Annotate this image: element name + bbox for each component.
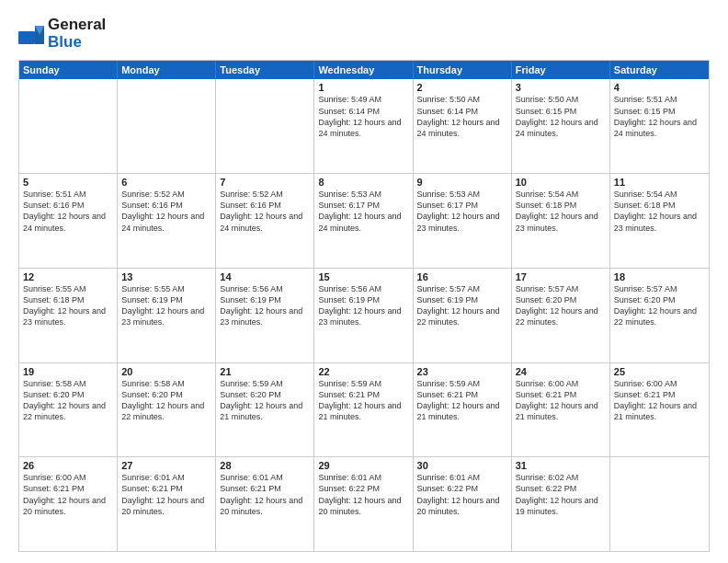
day-cell-30: 30Sunrise: 6:01 AM Sunset: 6:22 PM Dayli… <box>414 457 512 551</box>
day-number: 8 <box>318 177 408 188</box>
calendar-week-4: 19Sunrise: 5:58 AM Sunset: 6:20 PM Dayli… <box>19 363 709 458</box>
logo-icon <box>18 24 44 44</box>
day-info: Sunrise: 5:52 AM Sunset: 6:16 PM Dayligh… <box>220 189 310 234</box>
header-cell-wednesday: Wednesday <box>314 61 413 79</box>
day-cell-28: 28Sunrise: 6:01 AM Sunset: 6:21 PM Dayli… <box>216 457 314 551</box>
calendar-week-5: 26Sunrise: 6:00 AM Sunset: 6:21 PM Dayli… <box>19 457 709 551</box>
day-number: 2 <box>417 82 507 93</box>
day-info: Sunrise: 5:53 AM Sunset: 6:17 PM Dayligh… <box>417 189 507 234</box>
calendar-week-1: 1Sunrise: 5:49 AM Sunset: 6:14 PM Daylig… <box>19 79 709 174</box>
svg-rect-0 <box>18 31 35 44</box>
day-cell-2: 2Sunrise: 5:50 AM Sunset: 6:14 PM Daylig… <box>414 79 512 173</box>
calendar-week-3: 12Sunrise: 5:55 AM Sunset: 6:18 PM Dayli… <box>19 269 709 363</box>
day-info: Sunrise: 5:55 AM Sunset: 6:18 PM Dayligh… <box>23 283 113 328</box>
empty-cell <box>118 79 216 173</box>
empty-cell <box>19 79 118 173</box>
day-number: 20 <box>121 366 211 377</box>
day-info: Sunrise: 5:49 AM Sunset: 6:14 PM Dayligh… <box>318 94 408 139</box>
day-cell-23: 23Sunrise: 5:59 AM Sunset: 6:21 PM Dayli… <box>414 363 512 457</box>
day-number: 25 <box>614 366 705 377</box>
day-cell-9: 9Sunrise: 5:53 AM Sunset: 6:17 PM Daylig… <box>414 174 512 268</box>
header-cell-sunday: Sunday <box>19 61 118 79</box>
day-number: 10 <box>516 177 606 188</box>
day-number: 28 <box>220 460 310 471</box>
day-info: Sunrise: 5:58 AM Sunset: 6:20 PM Dayligh… <box>121 378 211 423</box>
day-number: 9 <box>417 177 507 188</box>
day-info: Sunrise: 5:50 AM Sunset: 6:15 PM Dayligh… <box>516 94 606 139</box>
day-info: Sunrise: 5:57 AM Sunset: 6:19 PM Dayligh… <box>417 283 507 328</box>
day-info: Sunrise: 5:50 AM Sunset: 6:14 PM Dayligh… <box>417 94 507 139</box>
day-cell-13: 13Sunrise: 5:55 AM Sunset: 6:19 PM Dayli… <box>118 269 216 362</box>
header-cell-saturday: Saturday <box>610 61 709 79</box>
day-number: 30 <box>417 460 507 471</box>
day-info: Sunrise: 5:52 AM Sunset: 6:16 PM Dayligh… <box>121 189 211 234</box>
day-cell-16: 16Sunrise: 5:57 AM Sunset: 6:19 PM Dayli… <box>414 269 512 362</box>
day-info: Sunrise: 5:57 AM Sunset: 6:20 PM Dayligh… <box>614 283 705 328</box>
day-number: 27 <box>121 460 211 471</box>
day-number: 24 <box>516 366 606 377</box>
empty-cell <box>610 457 709 551</box>
day-cell-29: 29Sunrise: 6:01 AM Sunset: 6:22 PM Dayli… <box>314 457 413 551</box>
day-info: Sunrise: 5:51 AM Sunset: 6:16 PM Dayligh… <box>23 189 113 234</box>
day-number: 15 <box>318 271 408 282</box>
header-cell-tuesday: Tuesday <box>216 61 314 79</box>
day-number: 18 <box>614 271 705 282</box>
calendar-body: 1Sunrise: 5:49 AM Sunset: 6:14 PM Daylig… <box>19 79 709 551</box>
empty-cell <box>216 79 314 173</box>
day-number: 6 <box>121 177 211 188</box>
logo-text-line2: Blue <box>48 34 106 52</box>
day-number: 1 <box>318 82 408 93</box>
day-info: Sunrise: 6:01 AM Sunset: 6:21 PM Dayligh… <box>121 472 211 517</box>
calendar: SundayMondayTuesdayWednesdayThursdayFrid… <box>18 60 710 552</box>
day-info: Sunrise: 5:53 AM Sunset: 6:17 PM Dayligh… <box>318 189 408 234</box>
day-number: 29 <box>318 460 408 471</box>
day-info: Sunrise: 6:00 AM Sunset: 6:21 PM Dayligh… <box>516 378 606 423</box>
day-cell-15: 15Sunrise: 5:56 AM Sunset: 6:19 PM Dayli… <box>314 269 413 362</box>
day-number: 12 <box>23 271 113 282</box>
day-info: Sunrise: 5:59 AM Sunset: 6:20 PM Dayligh… <box>220 378 310 423</box>
day-cell-20: 20Sunrise: 5:58 AM Sunset: 6:20 PM Dayli… <box>118 363 216 457</box>
day-number: 13 <box>121 271 211 282</box>
day-number: 17 <box>516 271 606 282</box>
calendar-header: SundayMondayTuesdayWednesdayThursdayFrid… <box>19 61 709 79</box>
day-number: 11 <box>614 177 705 188</box>
day-number: 16 <box>417 271 507 282</box>
day-info: Sunrise: 5:54 AM Sunset: 6:18 PM Dayligh… <box>516 189 606 234</box>
day-number: 31 <box>516 460 606 471</box>
day-cell-18: 18Sunrise: 5:57 AM Sunset: 6:20 PM Dayli… <box>610 269 709 362</box>
day-cell-26: 26Sunrise: 6:00 AM Sunset: 6:21 PM Dayli… <box>19 457 118 551</box>
day-cell-17: 17Sunrise: 5:57 AM Sunset: 6:20 PM Dayli… <box>512 269 610 362</box>
day-cell-12: 12Sunrise: 5:55 AM Sunset: 6:18 PM Dayli… <box>19 269 118 362</box>
day-info: Sunrise: 6:01 AM Sunset: 6:21 PM Dayligh… <box>220 472 310 517</box>
day-info: Sunrise: 5:58 AM Sunset: 6:20 PM Dayligh… <box>23 378 113 423</box>
day-info: Sunrise: 5:54 AM Sunset: 6:18 PM Dayligh… <box>614 189 705 234</box>
logo-text-line1: General <box>48 17 106 34</box>
day-cell-14: 14Sunrise: 5:56 AM Sunset: 6:19 PM Dayli… <box>216 269 314 362</box>
calendar-week-2: 5Sunrise: 5:51 AM Sunset: 6:16 PM Daylig… <box>19 174 709 269</box>
day-cell-24: 24Sunrise: 6:00 AM Sunset: 6:21 PM Dayli… <box>512 363 610 457</box>
day-info: Sunrise: 5:56 AM Sunset: 6:19 PM Dayligh… <box>220 283 310 328</box>
day-info: Sunrise: 6:00 AM Sunset: 6:21 PM Dayligh… <box>23 472 113 517</box>
day-number: 22 <box>318 366 408 377</box>
day-info: Sunrise: 6:01 AM Sunset: 6:22 PM Dayligh… <box>417 472 507 517</box>
day-number: 3 <box>516 82 606 93</box>
day-info: Sunrise: 5:55 AM Sunset: 6:19 PM Dayligh… <box>121 283 211 328</box>
day-cell-31: 31Sunrise: 6:02 AM Sunset: 6:22 PM Dayli… <box>512 457 610 551</box>
day-number: 23 <box>417 366 507 377</box>
day-cell-1: 1Sunrise: 5:49 AM Sunset: 6:14 PM Daylig… <box>314 79 413 173</box>
day-cell-11: 11Sunrise: 5:54 AM Sunset: 6:18 PM Dayli… <box>610 174 709 268</box>
day-info: Sunrise: 5:51 AM Sunset: 6:15 PM Dayligh… <box>614 94 705 139</box>
day-cell-21: 21Sunrise: 5:59 AM Sunset: 6:20 PM Dayli… <box>216 363 314 457</box>
day-cell-3: 3Sunrise: 5:50 AM Sunset: 6:15 PM Daylig… <box>512 79 610 173</box>
day-cell-5: 5Sunrise: 5:51 AM Sunset: 6:16 PM Daylig… <box>19 174 118 268</box>
header-cell-thursday: Thursday <box>414 61 512 79</box>
day-cell-7: 7Sunrise: 5:52 AM Sunset: 6:16 PM Daylig… <box>216 174 314 268</box>
day-number: 4 <box>614 82 705 93</box>
day-number: 5 <box>23 177 113 188</box>
calendar-page: General Blue SundayMondayTuesdayWednesda… <box>0 0 728 563</box>
day-info: Sunrise: 5:59 AM Sunset: 6:21 PM Dayligh… <box>417 378 507 423</box>
day-cell-8: 8Sunrise: 5:53 AM Sunset: 6:17 PM Daylig… <box>314 174 413 268</box>
logo: General Blue <box>18 17 106 51</box>
day-info: Sunrise: 6:02 AM Sunset: 6:22 PM Dayligh… <box>516 472 606 517</box>
day-number: 14 <box>220 271 310 282</box>
